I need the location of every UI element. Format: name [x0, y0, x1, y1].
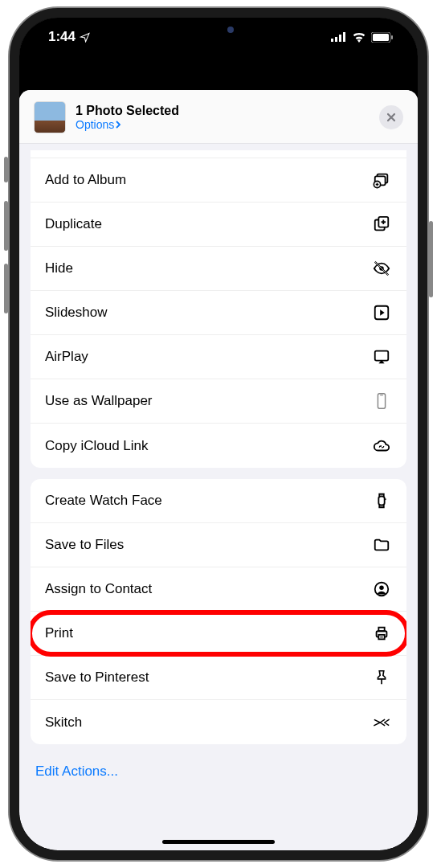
- row-label: Save to Files: [45, 537, 124, 553]
- close-icon: [386, 113, 396, 122]
- row-label: Add to Album: [45, 172, 126, 188]
- print-row[interactable]: Print: [31, 612, 406, 656]
- add-to-album-row[interactable]: Add to Album: [31, 158, 406, 203]
- watch-face-row[interactable]: Create Watch Face: [31, 479, 406, 523]
- sheet-title: 1 Photo Selected: [76, 104, 379, 118]
- volume-up: [4, 201, 8, 251]
- edit-actions-link[interactable]: Edit Actions...: [31, 755, 406, 799]
- hide-row[interactable]: Hide: [31, 247, 406, 291]
- status-right: [331, 32, 394, 43]
- cloud-link-icon: [371, 437, 392, 455]
- svg-rect-5: [373, 34, 389, 41]
- mute-switch: [4, 157, 8, 182]
- sheet-header: 1 Photo Selected Options: [19, 90, 418, 144]
- row-label: Slideshow: [45, 305, 108, 321]
- screen: 1:44 1 Photo Selected Options: [19, 18, 418, 850]
- status-left: 1:44: [48, 29, 90, 45]
- partial-row: [31, 150, 406, 158]
- pinterest-row[interactable]: Save to Pinterest: [31, 656, 406, 700]
- row-label: Copy iCloud Link: [45, 438, 149, 454]
- duplicate-row[interactable]: Duplicate: [31, 203, 406, 247]
- album-add-icon: [371, 171, 392, 189]
- wallpaper-row[interactable]: Use as Wallpaper: [31, 379, 406, 424]
- row-label: Create Watch Face: [45, 493, 162, 509]
- phone-icon: [371, 392, 392, 410]
- row-label: Use as Wallpaper: [45, 393, 153, 409]
- pin-icon: [371, 669, 392, 686]
- volume-down: [4, 264, 8, 313]
- watch-icon: [371, 492, 392, 510]
- status-time: 1:44: [48, 29, 76, 45]
- header-text: 1 Photo Selected Options: [76, 104, 379, 131]
- row-label: Print: [45, 625, 73, 641]
- svg-rect-2: [339, 35, 341, 42]
- options-link[interactable]: Options: [76, 118, 379, 131]
- duplicate-icon: [371, 215, 392, 233]
- svg-rect-3: [343, 32, 345, 42]
- action-group: Add to AlbumDuplicateHideSlideshowAirPla…: [31, 150, 406, 468]
- row-label: AirPlay: [45, 349, 88, 365]
- row-label: Duplicate: [45, 216, 102, 232]
- slideshow-row[interactable]: Slideshow: [31, 291, 406, 335]
- row-label: Hide: [45, 260, 73, 276]
- icloud-link-row[interactable]: Copy iCloud Link: [31, 424, 406, 468]
- phone-frame: 1:44 1 Photo Selected Options: [10, 8, 427, 860]
- wifi-icon: [352, 32, 366, 43]
- power-button: [429, 221, 433, 297]
- photo-thumbnail[interactable]: [34, 101, 66, 133]
- svg-rect-6: [391, 35, 393, 39]
- close-button[interactable]: [379, 105, 403, 129]
- chevron-right-icon: [116, 121, 121, 129]
- folder-icon: [371, 536, 392, 554]
- skitch-row[interactable]: Skitch: [31, 700, 406, 744]
- svg-rect-1: [335, 37, 337, 42]
- actions-list: Add to AlbumDuplicateHideSlideshowAirPla…: [19, 144, 418, 850]
- save-files-row[interactable]: Save to Files: [31, 523, 406, 567]
- highlight-ring: [31, 610, 406, 657]
- location-icon: [80, 32, 90, 43]
- row-label: Save to Pinterest: [45, 669, 149, 686]
- airplay-icon: [371, 348, 392, 366]
- notch: [134, 18, 303, 42]
- battery-icon: [371, 32, 394, 43]
- airplay-row[interactable]: AirPlay: [31, 335, 406, 379]
- options-label: Options: [76, 118, 114, 131]
- home-indicator[interactable]: [162, 840, 275, 844]
- row-label: Skitch: [45, 714, 82, 731]
- assign-contact-row[interactable]: Assign to Contact: [31, 567, 406, 612]
- eye-off-icon: [371, 260, 392, 277]
- printer-icon: [371, 624, 392, 642]
- cellular-icon: [331, 32, 347, 42]
- row-label: Assign to Contact: [45, 581, 152, 597]
- play-icon: [371, 304, 392, 321]
- contact-icon: [371, 580, 392, 598]
- share-sheet: 1 Photo Selected Options Add to AlbumDup…: [19, 90, 418, 850]
- svg-rect-0: [331, 39, 333, 42]
- action-group: Create Watch FaceSave to FilesAssign to …: [31, 479, 406, 744]
- skitch-icon: [371, 714, 392, 731]
